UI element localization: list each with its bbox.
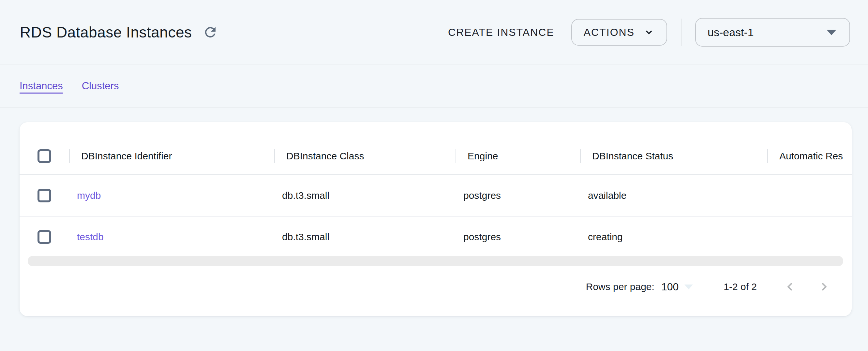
- column-header-engine[interactable]: Engine: [456, 138, 580, 174]
- tabs-bar: Instances Clusters: [0, 65, 868, 107]
- page-title: RDS Database Instances: [20, 24, 192, 41]
- previous-page-button[interactable]: [782, 279, 798, 295]
- title-wrap: RDS Database Instances: [0, 24, 218, 41]
- tab-instances[interactable]: Instances: [20, 80, 63, 92]
- cell-identifier-link[interactable]: testdb: [69, 231, 274, 243]
- region-select[interactable]: us-east-1: [695, 18, 850, 46]
- tab-clusters[interactable]: Clusters: [82, 80, 119, 92]
- refresh-icon: [203, 25, 218, 40]
- cell-db-class: db.t3.small: [274, 190, 456, 201]
- pagination-footer: Rows per page: 100 1-2 of 2: [20, 266, 852, 307]
- caret-down-icon: [827, 30, 836, 35]
- instances-table-card: DBInstance Identifier DBInstance Class E…: [20, 122, 852, 316]
- region-select-value: us-east-1: [708, 26, 754, 39]
- refresh-button[interactable]: [203, 25, 218, 40]
- row-select-cell: [20, 218, 69, 256]
- actions-button-label: ACTIONS: [584, 26, 634, 38]
- column-separator: [580, 149, 581, 163]
- column-header-automatic-restart[interactable]: Automatic Res: [767, 138, 852, 174]
- table-row[interactable]: testdb db.t3.small postgres creating: [20, 218, 852, 256]
- column-separator: [69, 149, 70, 163]
- column-header-label: DBInstance Identifier: [81, 151, 172, 162]
- row-checkbox[interactable]: [37, 189, 51, 202]
- cell-identifier-link[interactable]: mydb: [69, 190, 274, 201]
- rows-per-page-label: Rows per page:: [586, 281, 654, 292]
- create-instance-button[interactable]: CREATE INSTANCE: [445, 26, 558, 38]
- row-select-cell: [20, 175, 69, 216]
- select-all-checkbox[interactable]: [37, 149, 51, 163]
- rds-instances-page: RDS Database Instances CREATE INSTANCE A…: [0, 0, 868, 351]
- displayed-rows-range: 1-2 of 2: [723, 281, 757, 292]
- next-page-button[interactable]: [816, 279, 832, 295]
- horizontal-scrollbar[interactable]: [28, 256, 843, 266]
- chevron-left-icon: [783, 280, 797, 293]
- rows-per-page-select[interactable]: 100: [661, 281, 693, 293]
- select-all-cell: [20, 138, 69, 174]
- caret-down-icon: [684, 285, 693, 289]
- page-navigation: [782, 279, 832, 295]
- column-header-label: Automatic Res: [779, 151, 843, 162]
- chevron-right-icon: [817, 280, 831, 293]
- column-separator: [456, 149, 456, 163]
- cell-status: available: [580, 190, 767, 201]
- top-bar-actions: CREATE INSTANCE ACTIONS us-east-1: [445, 18, 868, 46]
- column-header-label: DBInstance Status: [592, 151, 673, 162]
- column-separator: [274, 149, 275, 163]
- cell-status: creating: [580, 231, 767, 243]
- column-header-label: Engine: [468, 151, 498, 162]
- cell-engine: postgres: [456, 190, 580, 201]
- row-checkbox[interactable]: [37, 230, 51, 244]
- column-header-class[interactable]: DBInstance Class: [274, 138, 456, 174]
- table-row[interactable]: mydb db.t3.small postgres available: [20, 175, 852, 217]
- table-header-row: DBInstance Identifier DBInstance Class E…: [20, 138, 852, 175]
- rows-per-page-value: 100: [661, 281, 679, 293]
- top-bar: RDS Database Instances CREATE INSTANCE A…: [0, 0, 868, 65]
- column-header-identifier[interactable]: DBInstance Identifier: [69, 138, 274, 174]
- column-header-label: DBInstance Class: [286, 151, 364, 162]
- chevron-down-icon: [643, 26, 655, 38]
- cell-db-class: db.t3.small: [274, 231, 456, 243]
- header-divider: [681, 19, 681, 46]
- actions-button[interactable]: ACTIONS: [571, 19, 667, 45]
- column-header-status[interactable]: DBInstance Status: [580, 138, 767, 174]
- cell-engine: postgres: [456, 231, 580, 243]
- column-separator: [767, 149, 768, 163]
